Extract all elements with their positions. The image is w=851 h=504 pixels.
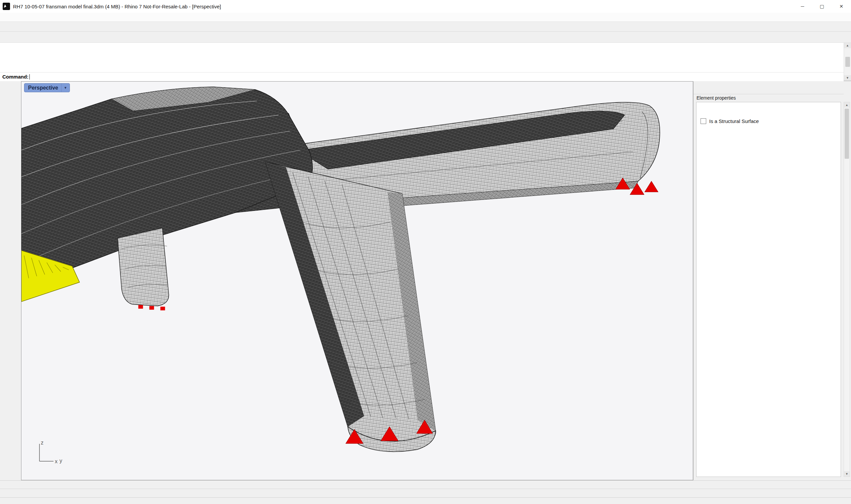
rhino-window: RH7 10-05-07 fransman model final.3dm (4… bbox=[0, 0, 851, 504]
scrollbar-thumb[interactable] bbox=[845, 57, 850, 67]
osnap-bar bbox=[0, 489, 851, 497]
support-cone bbox=[645, 181, 658, 192]
scroll-down-icon[interactable]: ▼ bbox=[844, 75, 851, 80]
scroll-down-icon[interactable]: ▼ bbox=[844, 471, 850, 476]
axis-x-label: x bbox=[55, 458, 57, 464]
right-panel: Element properties Is a Structural Surfa… bbox=[693, 81, 851, 480]
scrollbar-thumb[interactable] bbox=[845, 109, 849, 159]
toolbar-tab-row bbox=[0, 22, 851, 32]
viewport-perspective[interactable]: Perspective ▼ bbox=[21, 81, 693, 480]
viewport-menu-chevron-icon[interactable]: ▼ bbox=[61, 84, 70, 92]
command-scrollbar[interactable]: ▲ ▼ bbox=[844, 43, 851, 80]
panel-scrollbar[interactable]: ▲ ▼ bbox=[844, 102, 850, 477]
command-input[interactable]: Command: bbox=[0, 73, 844, 81]
icon-toolbar bbox=[0, 32, 851, 43]
menu-bar bbox=[0, 13, 851, 22]
command-prompt-label: Command: bbox=[2, 74, 29, 79]
viewport-title: Perspective bbox=[28, 85, 58, 91]
support-square bbox=[138, 305, 143, 309]
viewport-tab-bar bbox=[0, 480, 851, 489]
axis-y-label: y bbox=[59, 458, 62, 464]
window-controls: ─▢✕ bbox=[793, 0, 851, 13]
support-square bbox=[149, 306, 154, 310]
close-button[interactable]: ✕ bbox=[832, 0, 851, 13]
checkbox-icon[interactable] bbox=[701, 118, 706, 124]
axis-z-label: z bbox=[41, 440, 43, 446]
model-canvas[interactable] bbox=[21, 82, 693, 480]
scroll-up-icon[interactable]: ▲ bbox=[844, 102, 850, 108]
text-caret bbox=[30, 74, 30, 79]
rhino-app-icon bbox=[3, 3, 10, 10]
structural-surface-label: Is a Structural Surface bbox=[709, 118, 759, 124]
minimize-button[interactable]: ─ bbox=[793, 0, 812, 13]
command-history bbox=[0, 43, 844, 73]
structural-surface-checkbox[interactable]: Is a Structural Surface bbox=[701, 118, 838, 124]
title-bar: RH7 10-05-07 fransman model final.3dm (4… bbox=[0, 0, 851, 13]
element-properties-panel: Is a Structural Surface bbox=[696, 102, 841, 477]
status-bar bbox=[0, 497, 851, 504]
panel-tab-strip bbox=[693, 81, 851, 94]
scroll-up-icon[interactable]: ▲ bbox=[844, 43, 851, 48]
maximize-button[interactable]: ▢ bbox=[812, 0, 832, 13]
pier-mesh[interactable] bbox=[118, 228, 169, 310]
panel-title: Element properties bbox=[693, 94, 844, 102]
window-title: RH7 10-05-07 fransman model final.3dm (4… bbox=[13, 4, 221, 10]
viewport-title-pill[interactable]: Perspective ▼ bbox=[24, 83, 70, 92]
element-type-tabs bbox=[699, 105, 838, 115]
support-square bbox=[160, 307, 165, 310]
command-panel: Command: ▲ ▼ bbox=[0, 43, 851, 81]
axis-gizmo: z x y bbox=[33, 439, 65, 467]
left-toolbar bbox=[0, 81, 21, 480]
